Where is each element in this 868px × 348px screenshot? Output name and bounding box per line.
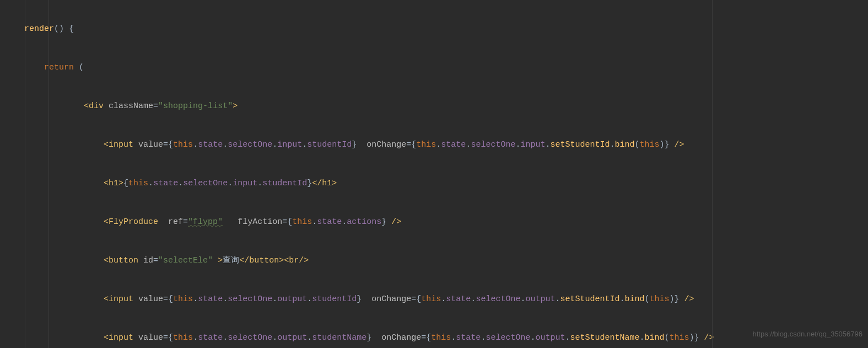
string-literal: "selectEle" <box>158 256 213 265</box>
code-line[interactable]: <h1>{this.state.selectOne.input.studentI… <box>0 174 868 193</box>
string-literal: "shopping-list" <box>158 101 233 111</box>
code-line[interactable]: <input value={this.state.selectOne.input… <box>0 135 868 154</box>
code-line[interactable]: <input value={this.state.selectOne.outpu… <box>0 290 868 309</box>
method-name: render <box>24 24 54 34</box>
code-line[interactable]: render() { <box>0 19 868 39</box>
code-line[interactable]: <button id="selectEle" >查询</button><br/> <box>0 251 868 270</box>
code-editor[interactable]: render() { return ( <div className="shop… <box>0 0 868 348</box>
code-line[interactable]: <FlyProduce ref="flypp" flyAction={this.… <box>0 212 868 232</box>
jsx-tag-h1: h1 <box>109 179 118 188</box>
watermark-text: https://blog.csdn.net/qq_35056796 <box>753 324 863 344</box>
jsx-tag-button: button <box>109 256 138 265</box>
code-line[interactable]: <div className="shopping-list"> <box>0 97 868 116</box>
string-literal-ref: "flypp" <box>188 217 223 227</box>
jsx-tag-flyproduce: FlyProduce <box>109 217 158 227</box>
code-line[interactable]: <input value={this.state.selectOne.outpu… <box>0 328 868 347</box>
button-text: 查询 <box>223 256 239 265</box>
code-line[interactable]: return ( <box>0 58 868 77</box>
jsx-tag-input: input <box>109 140 133 149</box>
indent-guide <box>25 0 25 348</box>
right-margin-guide <box>712 0 713 348</box>
jsx-tag-div: div <box>89 101 104 111</box>
indent-guide <box>48 0 49 348</box>
jsx-tag-br: br <box>289 256 299 265</box>
